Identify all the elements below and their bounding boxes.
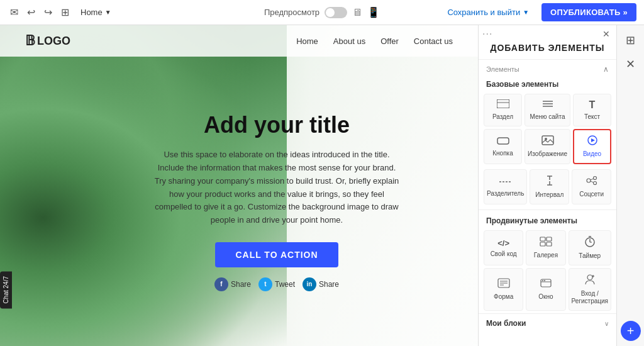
twitter-share[interactable]: t Tweet: [258, 277, 295, 291]
close-icon[interactable]: ✕: [621, 54, 641, 74]
save-btn[interactable]: Сохранить и выйти ▼: [440, 4, 536, 21]
element-menu[interactable]: Меню сайта: [525, 94, 570, 126]
image-label: Изображение: [528, 150, 567, 158]
timer-icon: [584, 236, 596, 250]
code-label: Свой код: [491, 250, 517, 258]
linkedin-share[interactable]: in Share: [303, 277, 339, 291]
publish-btn[interactable]: ОПУБЛИКОВАТЬ »: [541, 3, 636, 21]
element-form[interactable]: Форма: [484, 268, 523, 311]
panel-top-row: ··· ✕: [479, 25, 616, 40]
nav-contact[interactable]: Contact us: [414, 36, 453, 46]
nav-home[interactable]: Home: [296, 36, 318, 46]
cta-button[interactable]: CALL TO ACTION: [215, 242, 338, 267]
main-area: 𝔹 LOGO Home About us Offer Contact us Ad…: [0, 25, 644, 346]
social-icon: [586, 176, 598, 188]
mobile-icon[interactable]: 📱: [367, 6, 380, 18]
basic-elements-grid: Раздел Меню сайта T Текст Кнопка: [479, 91, 616, 167]
svg-rect-22: [540, 242, 545, 246]
my-blocks-chevron: ∨: [604, 320, 609, 327]
login-icon: [584, 274, 596, 287]
site-header: 𝔹 LOGO Home About us Offer Contact us: [0, 25, 478, 57]
element-text[interactable]: T Текст: [573, 94, 611, 126]
chevron-down-icon: ▼: [105, 9, 111, 16]
svg-rect-23: [547, 242, 552, 246]
element-code[interactable]: </> Свой код: [484, 230, 523, 265]
site-logo: 𝔹 LOGO: [25, 33, 70, 49]
social-share: f Share t Tweet in Share: [214, 277, 339, 291]
svg-point-34: [542, 280, 543, 281]
linkedin-icon: in: [303, 277, 316, 291]
form-label: Форма: [494, 293, 513, 301]
svg-point-15: [587, 179, 591, 182]
grid-btn[interactable]: ⊞: [58, 4, 72, 21]
basic-elements-grid-2: Разделитель Интервал Соцсети: [479, 167, 616, 207]
add-elements-panel: ··· ✕ ДОБАВИТЬ ЭЛЕМЕНТЫ Элементы ∧ Базов…: [478, 25, 616, 346]
element-button[interactable]: Кнопка: [484, 129, 522, 164]
window-icon: [540, 278, 552, 291]
site-preview: 𝔹 LOGO Home About us Offer Contact us Ad…: [0, 25, 478, 346]
panel-title: ДОБАВИТЬ ЭЛЕМЕНТЫ: [479, 40, 616, 60]
window-label: Окно: [538, 293, 553, 301]
element-social[interactable]: Соцсети: [572, 169, 611, 204]
preview-toggle[interactable]: [325, 7, 347, 18]
svg-marker-9: [591, 138, 595, 142]
element-image[interactable]: Изображение: [525, 129, 570, 164]
svg-rect-0: [497, 99, 509, 108]
element-video[interactable]: Видео: [573, 129, 611, 164]
gallery-icon: [540, 237, 552, 249]
undo-btn[interactable]: ↩: [25, 4, 38, 21]
svg-line-18: [591, 179, 594, 180]
panel-drag-handle: ···: [482, 28, 492, 40]
element-razdel[interactable]: Раздел: [484, 94, 522, 126]
toolbar-center: Предпросмотр 🖥 📱: [219, 6, 425, 18]
element-interval[interactable]: Интервал: [530, 169, 569, 204]
preview-label: Предпросмотр: [264, 8, 319, 17]
image-icon: [541, 135, 554, 148]
nav-offer[interactable]: Offer: [380, 36, 399, 46]
panel-close-btn[interactable]: ✕: [600, 28, 613, 40]
svg-rect-5: [497, 138, 509, 144]
nav-about[interactable]: About us: [333, 36, 365, 46]
hero-section: 𝔹 LOGO Home About us Offer Contact us Ad…: [0, 25, 478, 346]
svg-point-17: [593, 182, 596, 185]
svg-rect-6: [542, 136, 553, 145]
element-timer[interactable]: Таймер: [569, 230, 611, 265]
my-blocks-row[interactable]: Мои блоки ∨: [479, 313, 616, 333]
add-element-btn[interactable]: +: [621, 321, 641, 341]
video-label: Видео: [583, 150, 601, 158]
video-icon: [586, 135, 599, 148]
logo-text: LOGO: [37, 35, 70, 48]
toolbar-left: ✉ ↩ ↪ ⊞ Home ▼: [8, 4, 214, 21]
facebook-share[interactable]: f Share: [214, 277, 251, 291]
svg-rect-21: [547, 237, 552, 241]
redo-btn[interactable]: ↪: [42, 4, 55, 21]
email-icon[interactable]: ✉: [8, 4, 21, 21]
element-gallery[interactable]: Галерея: [526, 230, 565, 265]
svg-line-19: [591, 181, 594, 182]
site-content: Add your title Use this space to elabora…: [0, 57, 478, 346]
twitter-icon: t: [258, 277, 272, 291]
element-login[interactable]: Вход / Регистрация: [569, 268, 611, 311]
logo-icon: 𝔹: [25, 33, 33, 49]
social-label: Соцсети: [579, 191, 604, 198]
menu-label: Меню сайта: [530, 113, 565, 121]
login-label: Вход / Регистрация: [572, 290, 608, 305]
button-icon: [497, 136, 509, 147]
gallery-label: Галерея: [534, 252, 558, 259]
site-description: Use this space to elaborate on the ideas…: [151, 148, 402, 227]
razdel-label: Раздел: [492, 113, 513, 121]
chat-widget[interactable]: Chat 24/7: [0, 271, 12, 308]
toolbar: ✉ ↩ ↪ ⊞ Home ▼ Предпросмотр 🖥 📱 Сохранит…: [0, 0, 644, 25]
element-divider[interactable]: Разделитель: [484, 169, 527, 204]
grid-view-icon[interactable]: ⊞: [621, 30, 641, 50]
element-window[interactable]: Окно: [526, 268, 565, 311]
razdel-icon: [497, 99, 509, 111]
code-icon: </>: [497, 238, 509, 248]
home-btn[interactable]: Home ▼: [75, 5, 116, 20]
desktop-icon[interactable]: 🖥: [352, 7, 362, 18]
collapse-icon[interactable]: ∧: [603, 65, 609, 74]
panel-elements-label: Элементы ∧: [479, 60, 616, 76]
button-label: Кнопка: [492, 150, 513, 157]
text-label: Текст: [584, 113, 600, 121]
panel-divider: [479, 209, 616, 210]
